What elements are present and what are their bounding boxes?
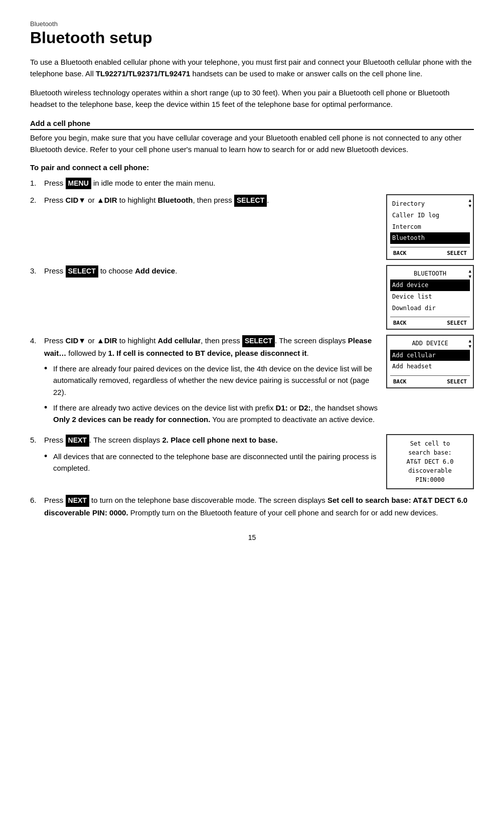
bold-label: To pair and connect a cell phone: — [30, 162, 474, 173]
step-3-text-img: Press SELECT to choose Add device. ▲ ▼ B… — [44, 265, 474, 330]
step4-bullet-2-text: If there are already two active devices … — [53, 402, 378, 426]
step3-select-key: SELECT — [66, 265, 98, 278]
intro-paragraph-2: Bluetooth wireless technology operates w… — [30, 87, 474, 110]
screen4-pin-text: Set cell tosearch base:AT&T DECT 6.0disc… — [391, 439, 469, 484]
screen1-back-btn: BACK — [393, 249, 407, 257]
step-5-text-img: Press NEXT. The screen displays 2. Place… — [44, 434, 474, 489]
step-6: 6. Press NEXT to turn on the telephone b… — [30, 494, 474, 518]
step2-cid: CID▼ — [66, 196, 86, 204]
intro1-end: handsets can be used to make or answer c… — [190, 69, 422, 78]
step-2: 2. Press CID▼ or ▲DIR to highlight Bluet… — [30, 194, 474, 259]
step4-bullet-1-text: If there are already four paired devices… — [53, 363, 378, 398]
step5-bullets: • All devices that are connected to the … — [44, 451, 378, 474]
step6-set-cell: Set cell to search base: AT&T DECT 6.0 d… — [44, 496, 467, 517]
step-5-num: 5. — [30, 434, 44, 489]
screen3-back-btn: BACK — [393, 377, 407, 386]
screen2-item-device-list: Device list — [390, 291, 470, 303]
step5-next-key: NEXT — [66, 435, 89, 447]
screen2-scroll: ▲ ▼ — [469, 269, 471, 279]
sub-paragraph: Before you begin, make sure that you hav… — [30, 132, 474, 156]
step-1-content: Press MENU in idle mode to enter the mai… — [44, 177, 474, 190]
scroll-up-icon-2: ▲ — [469, 269, 471, 273]
step4-disconnect-msg: 1. If cell is connected to BT device, pl… — [108, 349, 307, 357]
phone-screen-4: Set cell tosearch base:AT&T DECT 6.0disc… — [386, 434, 474, 489]
scroll-down-icon: ▼ — [469, 204, 471, 208]
step-2-text-img: Press CID▼ or ▲DIR to highlight Bluetoot… — [44, 194, 474, 259]
step4-dir: ▲DIR — [97, 336, 117, 345]
screen1-item-intercom: Intercom — [390, 221, 470, 233]
step6-next-key: NEXT — [66, 495, 89, 507]
screen1-buttons: BACK SELECT — [390, 247, 470, 259]
step5-place-cell: 2. Place cell phone next to base. — [162, 436, 278, 444]
bullet-dot-2: • — [44, 402, 53, 426]
intro1-bold: TL92271/TL92371/TL92471 — [96, 69, 190, 78]
step4-bullet-1: • If there are already four paired devic… — [44, 363, 378, 398]
step2-bluetooth: Bluetooth — [157, 196, 193, 204]
step2-select-key: SELECT — [234, 195, 267, 207]
screen2-title: BLUETOOTH — [390, 269, 470, 279]
step-2-num: 2. — [30, 194, 44, 259]
step-5-text: Press NEXT. The screen displays 2. Place… — [44, 434, 378, 478]
section-heading: Add a cell phone — [30, 119, 474, 130]
step-5-content: Press NEXT. The screen displays 2. Place… — [44, 434, 474, 489]
scroll-up-icon: ▲ — [469, 198, 471, 203]
step3-add-device: Add device — [135, 266, 175, 275]
screen1-item-bluetooth: Bluetooth — [390, 232, 470, 244]
step4-select-key: SELECT — [242, 335, 275, 347]
phone-screen-1: ▲ ▼ Directory Caller ID log Intercom Blu… — [386, 194, 474, 259]
step-3-content: Press SELECT to choose Add device. ▲ ▼ B… — [44, 265, 474, 330]
steps-list: 1. Press MENU in idle mode to enter the … — [30, 177, 474, 519]
step-3-num: 3. — [30, 265, 44, 330]
step5-bullet-1-text: All devices that are connected to the te… — [53, 451, 378, 474]
step4-bullet-2: • If there are already two active device… — [44, 402, 378, 426]
bullet-dot-5: • — [44, 451, 53, 474]
screen2-back-btn: BACK — [393, 319, 407, 327]
step-2-content: Press CID▼ or ▲DIR to highlight Bluetoot… — [44, 194, 474, 259]
step-4-num: 4. — [30, 335, 44, 429]
screen2-item-download-dir: Download dir — [390, 303, 470, 314]
step-3: 3. Press SELECT to choose Add device. ▲ … — [30, 265, 474, 330]
menu-key: MENU — [66, 178, 91, 190]
step-3-text: Press SELECT to choose Add device. — [44, 265, 378, 278]
intro-paragraph-1: To use a Bluetooth enabled cellular phon… — [30, 56, 474, 80]
screen1-scroll: ▲ ▼ — [469, 198, 471, 208]
phone-screen-3: ▲ ▼ ADD DEVICE Add cellular Add headset … — [386, 335, 474, 388]
scroll-down-icon-2: ▼ — [469, 274, 471, 279]
step-1-num: 1. — [30, 177, 44, 190]
step-6-content: Press NEXT to turn on the telephone base… — [44, 494, 474, 518]
screen3-item-add-headset: Add headset — [390, 361, 470, 372]
screen2-item-add-device: Add device — [390, 280, 470, 291]
step-4-text: Press CID▼ or ▲DIR to highlight Add cell… — [44, 335, 378, 429]
step4-add-cellular: Add cellular — [157, 336, 201, 345]
scroll-down-icon-3: ▼ — [469, 344, 471, 349]
screen2-select-btn: SELECT — [447, 319, 467, 327]
page-title: Bluetooth setup — [30, 29, 474, 47]
screen1-select-btn: SELECT — [447, 249, 467, 257]
phone-screen-2: ▲ ▼ BLUETOOTH Add device Device list Dow… — [386, 265, 474, 330]
screen1-item-directory: Directory — [390, 198, 470, 210]
step-6-num: 6. — [30, 494, 44, 518]
page-number: 15 — [30, 533, 474, 541]
step-2-text: Press CID▼ or ▲DIR to highlight Bluetoot… — [44, 194, 378, 207]
step4-bullets: • If there are already four paired devic… — [44, 363, 378, 425]
screen3-item-add-cellular: Add cellular — [390, 350, 470, 361]
screen1-item-callerid: Caller ID log — [390, 210, 470, 221]
screen3-buttons: BACK SELECT — [390, 375, 470, 387]
step-1: 1. Press MENU in idle mode to enter the … — [30, 177, 474, 190]
step-4-content: Press CID▼ or ▲DIR to highlight Add cell… — [44, 335, 474, 429]
step5-bullet-1: • All devices that are connected to the … — [44, 451, 378, 474]
section-label: Bluetooth — [30, 20, 474, 28]
step-4-text-img: Press CID▼ or ▲DIR to highlight Add cell… — [44, 335, 474, 429]
step-5: 5. Press NEXT. The screen displays 2. Pl… — [30, 434, 474, 489]
scroll-up-icon-3: ▲ — [469, 339, 471, 343]
step-4: 4. Press CID▼ or ▲DIR to highlight Add c… — [30, 335, 474, 429]
bullet-dot-1: • — [44, 363, 53, 398]
step4-cid: CID▼ — [66, 336, 86, 345]
step2-dir: ▲DIR — [97, 196, 117, 204]
screen3-scroll: ▲ ▼ — [469, 339, 471, 349]
screen3-select-btn: SELECT — [447, 377, 467, 386]
screen2-buttons: BACK SELECT — [390, 317, 470, 329]
screen3-title: ADD DEVICE — [390, 339, 470, 348]
